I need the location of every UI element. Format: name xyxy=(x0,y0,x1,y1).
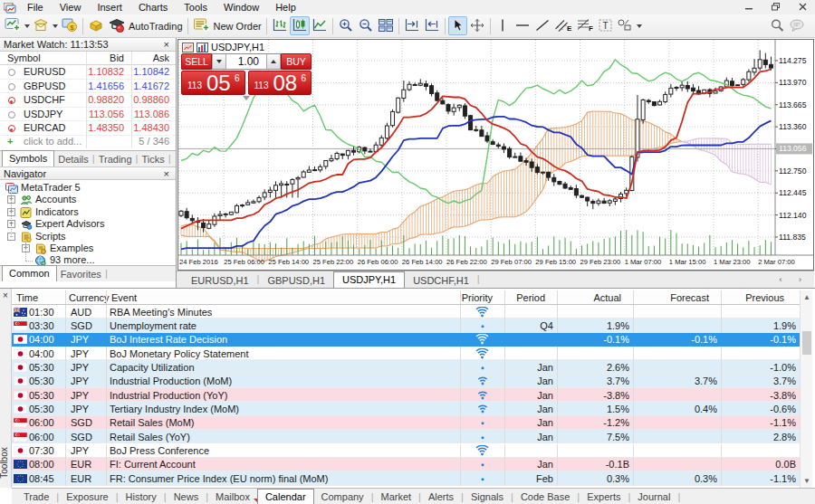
tile-windows-button[interactable] xyxy=(376,16,396,35)
cursor-tool-button[interactable] xyxy=(448,16,467,35)
market-watch-add-row[interactable]: + click to add... 5 / 346 xyxy=(0,136,176,149)
new-chart-button[interactable] xyxy=(3,16,32,35)
market-watch-close-icon[interactable]: × xyxy=(161,40,172,49)
search-button[interactable] xyxy=(768,16,787,35)
tree-item-scripts[interactable]: -Scripts xyxy=(0,231,176,242)
market-watch-row[interactable]: USDCHF0.988200.98860 xyxy=(0,93,176,108)
toolbox-tab-signals[interactable]: Signals xyxy=(464,490,511,504)
shapes-tool-caret-icon[interactable] xyxy=(637,24,642,28)
chart-tab-gbpusd-h1[interactable]: GBPUSD,H1 xyxy=(259,273,333,288)
auto-scroll-button[interactable] xyxy=(422,16,442,35)
zoom-in-button[interactable] xyxy=(336,16,356,35)
crosshair-tool-button[interactable] xyxy=(467,16,487,35)
trendline-tool-button[interactable] xyxy=(532,16,552,35)
calendar-row[interactable]: 04:00JPYBoJ Monetary Policy Statement xyxy=(12,347,800,360)
calendar-row[interactable]: 06:00SGDRetail Sales (YoY)Jan7.5%2.8% xyxy=(12,430,800,443)
line-chart-type-button[interactable] xyxy=(310,16,330,35)
one-click-collapse-icon[interactable] xyxy=(243,96,250,100)
text-tool-button[interactable]: T xyxy=(596,16,615,35)
toolbox-tab-trade[interactable]: Trade xyxy=(16,490,56,504)
profiles-button[interactable] xyxy=(32,16,60,35)
market-watch-row[interactable]: GBPUSD1.416561.41672 xyxy=(0,80,176,94)
toolbox-tab-calendar[interactable]: Calendar xyxy=(257,489,314,504)
horizontal-line-tool-button[interactable] xyxy=(513,16,532,35)
shapes-tool-button[interactable] xyxy=(615,16,644,35)
menu-window[interactable]: Window xyxy=(216,1,267,14)
tree-item-examples[interactable]: +Examples xyxy=(0,242,176,254)
bars-chart-type-button[interactable] xyxy=(270,16,290,35)
toolbox-tab-alerts[interactable]: Alerts xyxy=(421,490,461,504)
volume-increase-button[interactable] xyxy=(266,54,281,69)
menu-charts[interactable]: Charts xyxy=(130,1,176,14)
candles-chart-type-button[interactable] xyxy=(290,16,310,35)
new-chart-caret-icon[interactable] xyxy=(24,24,30,28)
calendar-row[interactable]: 05:30JPYIndustrial Production (MoM)Jan3.… xyxy=(12,375,800,388)
toolbox-tab-company[interactable]: Company xyxy=(314,490,371,504)
toolbox-tab-journal[interactable]: Journal xyxy=(630,490,677,504)
scroll-to-end-button[interactable] xyxy=(402,16,422,35)
toolbox-tab-news[interactable]: News xyxy=(167,490,206,504)
auto-trading-button[interactable]: AutoTrading xyxy=(106,16,185,35)
vertical-line-tool-button[interactable] xyxy=(494,16,513,35)
calendar-row[interactable]: 07:30JPYBoJ Press Conference xyxy=(12,444,800,458)
new-order-button[interactable]: New Order xyxy=(191,16,264,35)
toolbox-tab-exposure[interactable]: Exposure xyxy=(59,490,115,504)
calendar-row[interactable]: 05:30JPYTertiary Industry Index (MoM)Jan… xyxy=(12,402,800,415)
calendar-row[interactable]: 05:30JPYIndustrial Production (YoY)Jan-3… xyxy=(12,388,800,402)
menu-help[interactable]: Help xyxy=(267,1,304,14)
ask-price-box[interactable]: 113 08 6 xyxy=(248,71,312,95)
toolbox-tab-market[interactable]: Market xyxy=(373,490,418,504)
fibonacci-tool-button[interactable]: F xyxy=(574,16,596,35)
menu-file[interactable]: File xyxy=(19,1,52,14)
menu-insert[interactable]: Insert xyxy=(89,1,130,14)
menu-tools[interactable]: Tools xyxy=(176,1,216,14)
chart-tab-eurusd-h1[interactable]: EURUSD,H1 xyxy=(183,273,257,288)
calendar-row[interactable]: 04:00JPYBoJ Interest Rate Decision-0.1%-… xyxy=(12,333,800,347)
calendar-row[interactable]: 08:00EURFI: Current AccountJan-0.1B0.0B xyxy=(12,458,800,471)
tree-item-metatrader-5[interactable]: MetaTrader 5 xyxy=(0,182,176,194)
calendar-scrollbar[interactable]: ▲ ▼ xyxy=(800,290,812,488)
add-symbol-icon[interactable]: + xyxy=(7,136,13,147)
restore-button[interactable] xyxy=(767,1,785,13)
market-watch-row[interactable]: EURCAD1.483501.48430 xyxy=(0,121,176,136)
symbols-button[interactable]: $ xyxy=(60,16,80,35)
toolbox-tab-mailbox[interactable]: Mailbox xyxy=(208,490,257,504)
algo-trading-button[interactable] xyxy=(86,16,106,35)
calendar-row[interactable]: 05:30JPYCapacity UtilizationJan2.6%-1.0% xyxy=(12,360,800,374)
toolbox-tab-history[interactable]: History xyxy=(119,490,164,504)
tree-item-accounts[interactable]: +Accounts xyxy=(0,194,176,205)
tab-ticks[interactable]: Ticks xyxy=(138,152,168,166)
calendar-row[interactable]: 01:30AUDRBA Meeting's Minutes xyxy=(12,305,800,319)
toolbox-close-icon[interactable]: × xyxy=(3,290,8,300)
bid-price-box[interactable]: 113 05 6 xyxy=(181,71,245,95)
volume-input[interactable]: 1.00 xyxy=(226,54,266,69)
volume-decrease-button[interactable] xyxy=(212,54,226,69)
scroll-up-icon[interactable]: ▲ xyxy=(803,293,810,301)
calendar-row[interactable]: 08:45EURFR: Consumer Price Index (EU nor… xyxy=(12,471,800,485)
scrollbar-thumb[interactable] xyxy=(802,331,811,355)
buy-button[interactable]: BUY xyxy=(281,53,312,70)
toolbox-tab-experts[interactable]: Experts xyxy=(580,490,628,504)
tab-symbols[interactable]: Symbols xyxy=(2,150,54,166)
toolbox-tab-code-base[interactable]: Code Base xyxy=(513,490,577,504)
menu-view[interactable]: View xyxy=(52,1,90,14)
profiles-caret-icon[interactable] xyxy=(53,24,58,28)
tab-trading[interactable]: Trading xyxy=(95,152,136,166)
add-symbol-label[interactable]: click to add... xyxy=(24,136,82,147)
column-header-previous[interactable]: Previous xyxy=(12,292,784,303)
navigator-close-icon[interactable]: × xyxy=(161,169,172,178)
market-watch-row[interactable]: EURUSD1.108321.10842 xyxy=(0,65,176,80)
tab-details[interactable]: Details xyxy=(54,152,92,166)
chart-tab-scroll-arrows[interactable]: ‹ › xyxy=(780,275,810,284)
tab-common[interactable]: Common xyxy=(2,265,57,281)
minimize-button[interactable] xyxy=(741,1,759,13)
sell-button[interactable]: SELL xyxy=(181,53,212,70)
tree-item-expert-advisors[interactable]: +Expert Advisors xyxy=(0,218,176,230)
scroll-down-icon[interactable]: ▼ xyxy=(803,477,810,485)
zoom-out-button[interactable] xyxy=(356,16,376,35)
chart-tab-usdchf-h1[interactable]: USDCHF,H1 xyxy=(405,273,477,288)
tab-favorites[interactable]: Favorites xyxy=(57,267,105,281)
chart-tab-usdjpy-h1[interactable]: USDJPY,H1 xyxy=(333,271,405,288)
chat-button[interactable] xyxy=(787,16,808,35)
tree-item-indicators[interactable]: +Indicators xyxy=(0,206,176,218)
